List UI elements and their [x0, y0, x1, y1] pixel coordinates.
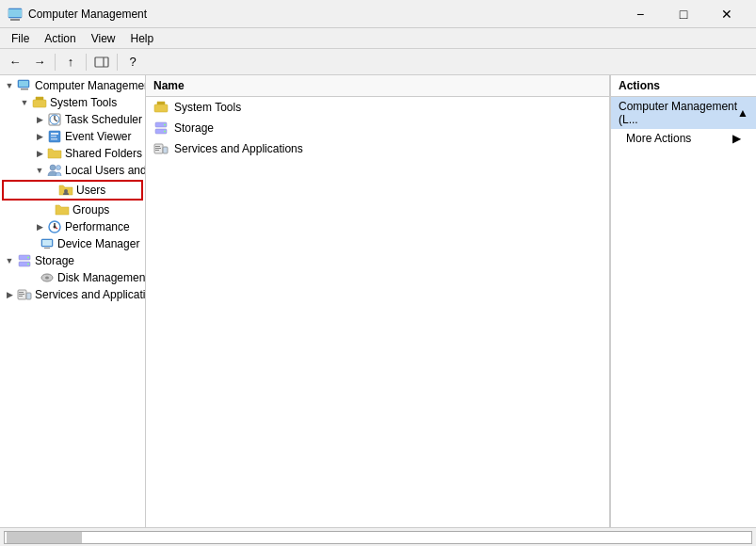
expander-users [51, 183, 58, 198]
expander-computer-management[interactable]: ▼ [2, 78, 17, 93]
users-folder-icon [58, 183, 73, 198]
tree-item-users[interactable]: Users [2, 180, 143, 201]
actions-more-actions[interactable]: More Actions ▶ [611, 129, 756, 148]
help-button[interactable]: ? [121, 52, 144, 72]
svg-rect-7 [21, 88, 28, 90]
svg-point-27 [27, 257, 29, 259]
svg-rect-23 [42, 240, 52, 246]
svg-rect-43 [155, 146, 160, 147]
event-viewer-icon [47, 129, 62, 144]
title-bar-icon [8, 7, 23, 22]
task-scheduler-icon [47, 112, 62, 127]
svg-rect-35 [19, 296, 23, 297]
center-item-storage[interactable]: Storage [146, 118, 609, 138]
center-services-icon [153, 141, 169, 156]
maximize-button[interactable]: □ [662, 0, 705, 28]
storage-icon [17, 253, 32, 268]
svg-rect-8 [33, 100, 46, 107]
expander-task-scheduler[interactable]: ▶ [32, 112, 47, 127]
svg-rect-24 [44, 248, 50, 249]
actions-header: Actions [611, 75, 756, 97]
expander-event-viewer[interactable]: ▶ [32, 129, 47, 144]
svg-point-21 [54, 226, 56, 229]
device-manager-icon [40, 236, 55, 251]
expander-shared-folders[interactable]: ▶ [32, 146, 47, 161]
expander-performance[interactable]: ▶ [32, 219, 47, 234]
system-tools-icon [32, 95, 47, 110]
tree-item-shared-folders[interactable]: ▶ Shared Folders [0, 145, 145, 162]
svg-rect-2 [8, 9, 22, 17]
center-pane: Name System Tools Storage [146, 75, 610, 527]
expander-local-users[interactable]: ▼ [32, 163, 47, 178]
minimize-button[interactable]: − [619, 0, 662, 28]
tree-label-local-users: Local Users and Groups [65, 164, 146, 177]
forward-button[interactable]: → [28, 52, 51, 72]
tree-item-task-scheduler[interactable]: ▶ Task Scheduler [0, 111, 145, 128]
tree-item-event-viewer[interactable]: ▶ Event Viewer [0, 128, 145, 145]
horizontal-scroll-thumb[interactable] [7, 532, 82, 543]
svg-rect-14 [51, 133, 58, 135]
svg-point-30 [45, 277, 49, 280]
expander-system-tools[interactable]: ▼ [17, 95, 32, 110]
svg-rect-34 [19, 294, 24, 295]
main-content: ▼ Computer Management (Loc... ▼ System T… [0, 75, 756, 527]
tree-label-task-scheduler: Task Scheduler [65, 113, 142, 126]
tree-label-storage: Storage [35, 254, 74, 267]
svg-point-40 [164, 131, 166, 133]
back-button[interactable]: ← [4, 52, 26, 72]
show-hide-action-pane-button[interactable] [90, 52, 113, 72]
more-actions-label: More Actions [626, 132, 691, 145]
services-apps-icon [17, 287, 32, 302]
performance-icon [47, 219, 62, 234]
up-button[interactable]: ↑ [59, 52, 82, 72]
expander-groups [47, 202, 55, 217]
tree-item-performance[interactable]: ▶ Performance [0, 218, 145, 235]
tree-label-services-apps: Services and Applications [35, 288, 146, 301]
tree-item-computer-management[interactable]: ▼ Computer Management (Loc... [0, 77, 145, 94]
expander-services-apps[interactable]: ▶ [2, 287, 17, 302]
center-header: Name [146, 75, 609, 97]
menu-view[interactable]: View [84, 30, 123, 47]
svg-point-28 [27, 264, 29, 265]
toolbar-separator-2 [86, 54, 87, 71]
toolbar: ← → ↑ ? [0, 49, 756, 75]
expander-device-manager [32, 236, 40, 251]
tree-item-local-users[interactable]: ▼ Local Users and Groups [0, 162, 145, 179]
close-button[interactable]: ✕ [705, 0, 748, 28]
center-item-system-tools[interactable]: System Tools [146, 97, 609, 118]
tree-item-services-apps[interactable]: ▶ Services and Applications [0, 286, 145, 303]
actions-section-header[interactable]: Computer Management (L... ▲ [611, 97, 756, 129]
svg-rect-45 [155, 150, 159, 151]
center-label-system-tools: System Tools [174, 101, 241, 114]
disk-management-icon [40, 270, 55, 285]
local-users-icon [47, 163, 62, 178]
menu-help[interactable]: Help [123, 30, 162, 47]
center-item-services-apps[interactable]: Services and Applications [146, 138, 609, 159]
svg-rect-44 [155, 148, 161, 149]
menu-file[interactable]: File [4, 30, 37, 47]
svg-rect-32 [26, 293, 31, 299]
actions-pane: Actions Computer Management (L... ▲ More… [610, 75, 756, 527]
svg-rect-36 [154, 104, 168, 112]
center-system-tools-icon [153, 100, 169, 115]
tree-label-system-tools: System Tools [50, 96, 117, 109]
svg-rect-6 [19, 81, 28, 87]
groups-folder-icon [55, 202, 70, 217]
title-bar-text: Computer Management [28, 8, 619, 21]
expander-disk-management [32, 270, 40, 285]
tree-label-event-viewer: Event Viewer [65, 130, 131, 143]
svg-rect-15 [51, 136, 56, 137]
menu-bar: File Action View Help [0, 28, 756, 49]
shared-folders-icon [47, 146, 62, 161]
tree-item-groups[interactable]: Groups [0, 201, 145, 218]
expander-storage[interactable]: ▼ [2, 253, 17, 268]
tree-item-device-manager[interactable]: Device Manager [0, 235, 145, 252]
status-scrollbar[interactable] [4, 531, 752, 544]
tree-label-computer-management: Computer Management (Loc... [35, 79, 146, 92]
tree-item-storage[interactable]: ▼ Storage [0, 252, 145, 269]
svg-point-39 [164, 124, 166, 126]
tree-item-disk-management[interactable]: Disk Management [0, 269, 145, 286]
svg-rect-42 [163, 147, 168, 153]
tree-item-system-tools[interactable]: ▼ System Tools [0, 94, 145, 111]
menu-action[interactable]: Action [37, 30, 83, 47]
